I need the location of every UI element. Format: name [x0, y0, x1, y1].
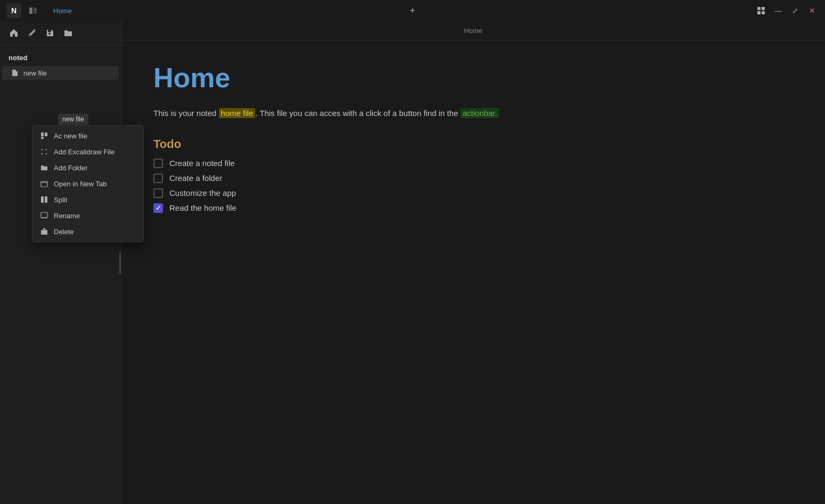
open-tab-icon [40, 179, 48, 188]
context-menu-item-add-excalidraw[interactable]: Add Excalidraw File [32, 144, 143, 160]
context-menu-item-split[interactable]: Split [32, 192, 143, 208]
grid-icon[interactable] [755, 4, 767, 17]
main-panel: Home Home This is your noted home file. … [121, 21, 825, 504]
todo-item-1: Create a folder [153, 173, 793, 183]
tab-home-label: Home [53, 7, 72, 15]
desc-plain-2: . This file you can acces with a click o… [255, 109, 460, 118]
todo-item-0: Create a noted file [153, 159, 793, 168]
todo-label-2: Customize the app [169, 188, 236, 197]
new-tab-button[interactable]: + [405, 3, 420, 18]
svg-rect-5 [762, 11, 765, 14]
todo-label-1: Create a folder [169, 173, 222, 183]
todo-section-title: Todo [153, 137, 793, 151]
todo-label-3: Read the home file [169, 203, 236, 212]
svg-rect-14 [41, 196, 44, 203]
desc-highlight-home-file: home file [219, 108, 256, 118]
svg-rect-0 [29, 7, 32, 14]
context-menu-item-label: Split [54, 196, 67, 204]
svg-point-10 [46, 149, 47, 151]
context-menu-item-open-new-tab[interactable]: Open in New Tab [32, 176, 143, 192]
todo-item-3: Read the home file [153, 203, 793, 213]
sidebar-toggle-icon[interactable] [26, 3, 40, 18]
context-menu-tooltip: new file [58, 114, 88, 125]
minimize-button[interactable]: — [772, 4, 785, 17]
context-menu: new file Ac new file [32, 125, 144, 242]
svg-rect-7 [45, 133, 47, 136]
app-logo: N [6, 3, 21, 18]
main-header: Home [121, 21, 825, 40]
svg-point-9 [42, 149, 43, 151]
add-noted-icon [40, 131, 48, 140]
sidebar-item-new-file[interactable]: new file [2, 66, 119, 80]
maximize-button[interactable]: ⤢ [789, 4, 802, 17]
main-content: Home This is your noted home file. This … [121, 40, 825, 504]
edit-icon[interactable] [24, 26, 39, 40]
window-controls: — ⤢ ✕ [755, 4, 819, 17]
page-title: Home [153, 62, 793, 94]
delete-icon [40, 227, 48, 236]
folder-icon[interactable] [61, 26, 76, 40]
context-menu-item-label: Ac new file [54, 132, 87, 140]
sidebar: noted new file new file [0, 21, 121, 504]
context-menu-item-label: Add Folder [54, 164, 88, 172]
app-layout: noted new file new file [0, 21, 825, 504]
svg-rect-1 [34, 7, 37, 14]
page-description: This is your noted home file. This file … [153, 106, 793, 120]
context-menu-item-delete[interactable]: Delete [32, 224, 143, 239]
todo-item-2: Customize the app [153, 188, 793, 198]
svg-rect-3 [762, 7, 765, 10]
todo-checkbox-2[interactable] [153, 188, 163, 198]
sidebar-toolbar [0, 21, 121, 45]
svg-rect-8 [41, 137, 44, 139]
todo-checkbox-3[interactable] [153, 203, 163, 213]
svg-point-11 [42, 153, 43, 155]
svg-rect-15 [45, 196, 47, 203]
add-folder-icon [40, 163, 48, 172]
todo-checkbox-0[interactable] [153, 159, 163, 168]
context-menu-item-label: Delete [54, 228, 74, 236]
svg-rect-16 [41, 212, 47, 218]
file-icon [11, 69, 19, 77]
sidebar-item-label: new file [23, 69, 47, 77]
svg-rect-4 [757, 11, 761, 14]
svg-rect-2 [757, 7, 761, 10]
save-icon[interactable] [43, 26, 58, 40]
context-menu-item-label: Add Excalidraw File [54, 148, 115, 156]
excalidraw-icon [40, 147, 48, 156]
context-menu-item-rename[interactable]: Rename [32, 208, 143, 224]
sidebar-scrollbar[interactable] [119, 252, 121, 274]
todo-checkbox-1[interactable] [153, 173, 163, 183]
desc-plain-1: This is your noted [153, 109, 219, 118]
home-icon[interactable] [6, 26, 21, 40]
rename-icon [40, 211, 48, 220]
workspace-label: noted [0, 52, 121, 66]
close-button[interactable]: ✕ [806, 4, 819, 17]
breadcrumb-title: Home [464, 27, 483, 35]
svg-point-12 [46, 153, 47, 155]
todo-label-0: Create a noted file [169, 159, 235, 168]
context-menu-item-add-folder[interactable]: Add Folder [32, 160, 143, 176]
context-menu-item-label: Rename [54, 212, 80, 220]
svg-rect-17 [41, 230, 47, 235]
context-menu-item-add-noted[interactable]: Ac new file [32, 128, 143, 144]
tab-home[interactable]: Home [47, 5, 78, 17]
split-icon [40, 195, 48, 204]
svg-rect-6 [41, 133, 44, 136]
titlebar: N Home + — ⤢ ✕ [0, 0, 825, 21]
desc-highlight-actionbar: actionbar. [460, 108, 499, 118]
context-menu-item-label: Open in New Tab [54, 180, 107, 188]
todo-list: Create a noted file Create a folder Cust… [153, 159, 793, 213]
